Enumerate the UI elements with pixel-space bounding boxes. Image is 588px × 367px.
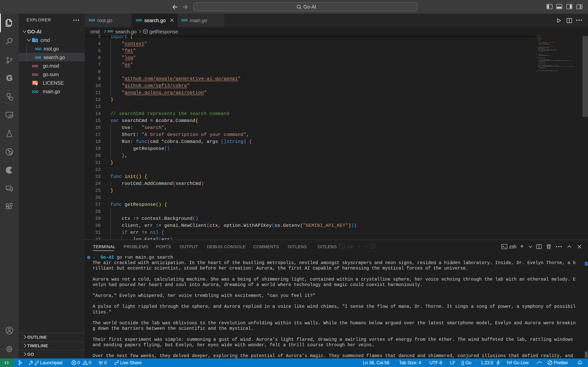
svg-text:GO: GO <box>34 73 38 76</box>
svg-text:GO: GO <box>37 56 41 59</box>
svg-text:GO: GO <box>109 30 113 33</box>
svg-text:GO: GO <box>138 18 142 22</box>
svg-text:GO: GO <box>90 18 95 22</box>
svg-text:GO: GO <box>34 90 38 93</box>
svg-text:GO: GO <box>183 18 187 22</box>
svg-text:GO: GO <box>34 64 38 68</box>
svg-text:GO: GO <box>37 47 41 51</box>
